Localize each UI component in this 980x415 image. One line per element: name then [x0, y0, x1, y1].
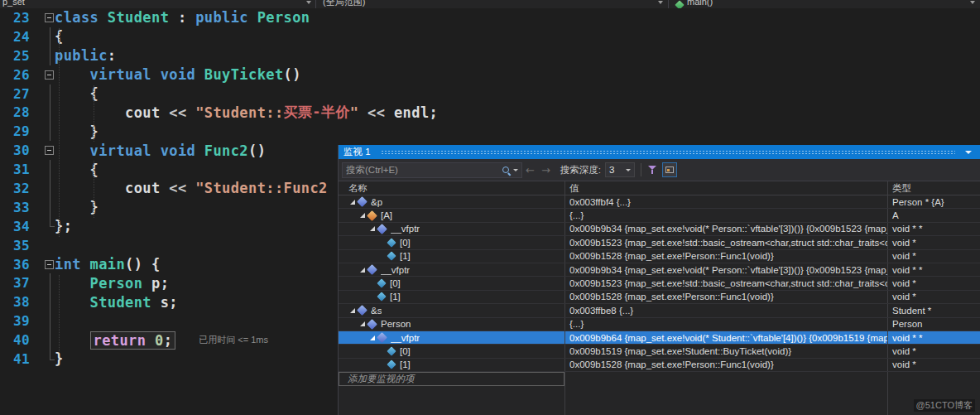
watch-value[interactable]: {...}	[565, 209, 888, 221]
code-token	[151, 66, 161, 83]
code-token: {	[55, 162, 98, 178]
expand-arrow-icon[interactable]	[350, 308, 355, 313]
collapse-icon[interactable]	[45, 13, 54, 22]
titlebar-grip[interactable]	[381, 150, 955, 155]
outline-margin[interactable]	[30, 255, 55, 274]
chevron-down-icon[interactable]	[306, 1, 311, 4]
perf-tip[interactable]: 已用时间 <= 1ms	[199, 334, 268, 346]
code-text: class Student : public Person	[55, 9, 310, 26]
code-line[interactable]: 25 public:	[0, 46, 980, 65]
vs-ide-window: p_set (全局范围) main() 23 class Student : p…	[0, 0, 980, 415]
code-text: };	[55, 218, 72, 234]
watch-type: Person * {A}	[888, 195, 980, 208]
add-watch-row[interactable]: 添加要监视的项	[339, 372, 980, 386]
expand-arrow-icon[interactable]	[360, 321, 365, 326]
line-number: 38	[0, 294, 30, 310]
chevron-down-icon[interactable]	[513, 169, 518, 171]
project-dropdown[interactable]: p_set	[2, 0, 25, 7]
watch-row[interactable]: [0] 0x009b1523 {map_set.exe!std::basic_o…	[339, 277, 980, 290]
watch-value[interactable]: 0x009b1528 {map_set.exe!Person::Func1(vo…	[565, 359, 888, 371]
outline-margin[interactable]	[30, 8, 55, 27]
search-next-icon[interactable]: →	[541, 164, 550, 176]
watch-value[interactable]: 0x009b1528 {map_set.exe!Person::Func1(vo…	[565, 250, 888, 263]
watch-value[interactable]: {...}	[565, 318, 888, 331]
code-token	[55, 142, 90, 159]
watch-value[interactable]: 0x009b1523 {map_set.exe!std::basic_ostre…	[565, 277, 888, 289]
method-icon	[675, 0, 684, 8]
code-line[interactable]: 26 virtual void BuyTicket()	[0, 65, 980, 84]
watch-row[interactable]: [1] 0x009b1528 {map_set.exe!Person::Func…	[339, 250, 980, 263]
code-token	[55, 275, 90, 292]
watch-row[interactable]: __vfptr 0x009b9b34 {map_set.exe!void(* P…	[339, 223, 980, 236]
scope-dropdown[interactable]: (全局范围)	[323, 0, 365, 7]
watch-row[interactable]: Person {...} Person	[339, 318, 980, 331]
watch-titlebar[interactable]: 监视 1	[339, 145, 980, 159]
member-dropdown[interactable]: main()	[687, 0, 713, 7]
code-line[interactable]: 24 {	[0, 27, 980, 46]
code-line[interactable]: 23 class Student : public Person	[0, 8, 980, 27]
code-line[interactable]: 29 }	[0, 122, 980, 141]
search-prev-icon[interactable]: ←	[526, 164, 535, 176]
code-token: <<	[161, 180, 196, 196]
code-text: int main() {	[55, 256, 161, 273]
indent-guide	[94, 85, 94, 142]
outline-margin	[30, 331, 55, 350]
watch-row[interactable]: [0] 0x009b1523 {map_set.exe!std::basic_o…	[339, 236, 980, 249]
expand-arrow-icon[interactable]	[370, 226, 375, 231]
view-format-icon[interactable]	[662, 162, 677, 177]
watch-value[interactable]: 0x009b9b64 {map_set.exe!void(* Student::…	[565, 331, 888, 344]
add-watch-input[interactable]: 添加要监视的项	[339, 372, 564, 386]
collapse-icon[interactable]	[45, 146, 54, 155]
code-token	[55, 104, 125, 121]
code-token: s	[161, 294, 170, 311]
code-token: :	[169, 9, 195, 26]
watch-value[interactable]: 0x003ffbe8 {...}	[565, 304, 888, 316]
chevron-down-icon[interactable]	[970, 1, 975, 4]
column-header-type[interactable]: 类型	[888, 181, 980, 195]
outline-margin[interactable]	[30, 141, 55, 160]
code-token	[195, 66, 204, 83]
watch-row[interactable]: [0] 0x009b1519 {map_set.exe!Student::Buy…	[339, 345, 980, 358]
filter-icon[interactable]	[647, 164, 659, 176]
search-placeholder: 搜索(Ctrl+E)	[346, 164, 502, 176]
code-token	[151, 142, 161, 159]
outline-margin[interactable]	[30, 65, 55, 84]
code-token: cout	[125, 104, 161, 121]
expand-arrow-icon[interactable]	[370, 335, 375, 340]
code-token: 0	[155, 332, 164, 349]
collapse-icon[interactable]	[45, 70, 54, 80]
code-token: return	[94, 332, 147, 349]
code-token	[146, 332, 155, 349]
watch-value[interactable]: 0x009b9b34 {map_set.exe!void(* Person::`…	[565, 263, 888, 276]
expand-arrow-icon[interactable]	[360, 213, 365, 218]
grid-filler	[339, 386, 980, 415]
expand-arrow-icon[interactable]	[360, 268, 365, 273]
column-header-value[interactable]: 值	[565, 181, 888, 195]
search-icon[interactable]	[502, 166, 511, 175]
code-token: main	[90, 256, 126, 273]
watch-row[interactable]: &p 0x003ffbf4 {...} Person * {A}	[339, 195, 980, 209]
window-menu-icon[interactable]	[965, 151, 972, 154]
element-icon	[387, 252, 396, 261]
watch-value[interactable]: 0x003ffbf4 {...}	[565, 195, 888, 208]
watch-row[interactable]: [1] 0x009b1528 {map_set.exe!Person::Func…	[339, 291, 980, 304]
watch-row[interactable]: [A] {...} A	[339, 209, 980, 222]
chevron-down-icon[interactable]	[658, 1, 663, 4]
collapse-icon[interactable]	[45, 260, 54, 269]
code-line[interactable]: 27 {	[0, 84, 980, 104]
watch-value[interactable]: 0x009b1519 {map_set.exe!Student::BuyTick…	[565, 345, 888, 357]
expand-arrow-icon[interactable]	[350, 200, 355, 205]
watch-value[interactable]: 0x009b1523 {map_set.exe!std::basic_ostre…	[565, 236, 888, 249]
watch-row[interactable]: __vfptr 0x009b9b34 {map_set.exe!void(* P…	[339, 263, 980, 277]
code-line[interactable]: 28 cout << "Student::买票-半价" << endl;	[0, 103, 980, 122]
watch-row-selected[interactable]: __vfptr 0x009b9b64 {map_set.exe!void(* S…	[339, 331, 980, 345]
search-input[interactable]: 搜索(Ctrl+E)	[342, 162, 522, 178]
watch-value[interactable]: 0x009b9b34 {map_set.exe!void(* Person::`…	[565, 223, 888, 235]
search-depth-select[interactable]: 3	[605, 162, 635, 177]
element-icon	[387, 238, 396, 247]
watch-row[interactable]: &s 0x003ffbe8 {...} Student *	[339, 304, 980, 317]
column-header-name[interactable]: 名称	[339, 181, 565, 195]
watch-row[interactable]: [1] 0x009b1528 {map_set.exe!Person::Func…	[339, 359, 980, 372]
class-icon	[367, 210, 377, 221]
watch-value[interactable]: 0x009b1528 {map_set.exe!Person::Func1(vo…	[565, 291, 888, 303]
